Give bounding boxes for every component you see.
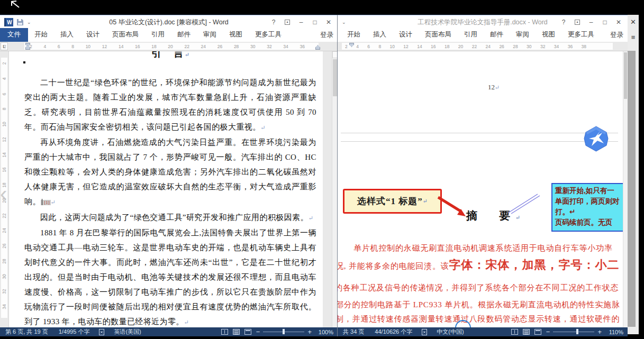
scroll-up-arrow[interactable] — [332, 51, 338, 58]
zoom-in-button[interactable]: + — [597, 328, 602, 336]
proofing-errors-icon[interactable] — [422, 329, 427, 335]
ruler-number: 30 — [2, 274, 7, 279]
ruler-number: 14 — [417, 44, 422, 49]
zoom-slider-thumb[interactable] — [283, 329, 285, 334]
zoom-out-button[interactable]: − — [256, 328, 260, 336]
document-heading[interactable]: 引 言↵ — [24, 51, 316, 61]
paragraph[interactable]: 因此，这两大问题成为了“绿色交通工具”研究开发和推广应用的积极因素。↵ — [24, 210, 316, 225]
paragraph-mark: ↵ — [51, 199, 56, 205]
language-indicator[interactable]: 中文(中国) — [431, 328, 469, 336]
heading-text: 引 言 — [151, 51, 185, 59]
scrollbar-thumb[interactable] — [333, 59, 337, 96]
ribbon-tab[interactable]: 插入 — [367, 28, 393, 42]
tab-list: 开始插入设计页面布局引用邮件审阅视图更多工具 — [28, 28, 288, 42]
paragraph[interactable]: 二十一世纪是“绿色环保”的世纪，环境保护和能源节约问题成为新世纪最为突出的两大主… — [24, 75, 316, 135]
read-mode-icon[interactable] — [221, 329, 228, 335]
menu-icon[interactable]: ≡ — [628, 33, 639, 41]
ribbon-tab[interactable]: 引用 — [145, 28, 171, 42]
footnote-reference[interactable]: [1] — [41, 200, 51, 205]
ruler-number: 16 — [431, 44, 436, 49]
zoom-level[interactable]: 100% — [316, 329, 333, 335]
sign-in-link[interactable]: 登录 — [610, 31, 623, 40]
zoom-in-button[interactable]: + — [307, 328, 312, 336]
read-mode-icon[interactable] — [511, 329, 518, 335]
ribbon-tab[interactable]: 设计 — [80, 28, 106, 42]
ribbon-tab[interactable]: 更多工具 — [561, 28, 601, 42]
ruler-number: 34 — [2, 304, 7, 309]
ribbon-tab[interactable]: 页面布局 — [419, 28, 458, 42]
word-count[interactable]: 1/4995 个字 — [53, 328, 95, 336]
zoom-slider[interactable] — [263, 332, 304, 332]
word-count[interactable]: 44/10626 个字 — [369, 328, 418, 336]
tab-file[interactable]: 文件 — [0, 28, 28, 42]
ribbon-tab[interactable]: 视图 — [536, 28, 561, 42]
ribbon-tab[interactable]: 引用 — [458, 28, 484, 42]
manuscript-text[interactable]: 单片机控制的永磁无刷直流电动机调速系统适用于电动自行车等小功率况, 并能将多余的… — [338, 51, 623, 327]
zoom-slider[interactable] — [553, 332, 594, 332]
word-logo[interactable]: W — [4, 18, 13, 26]
web-layout-icon[interactable] — [244, 329, 251, 335]
document-page[interactable]: 引 言↵ 二十一世纪是“绿色环保”的世纪，环境保护和能源节约问题成为新世纪最为突… — [9, 51, 323, 327]
ribbon-tab[interactable]: 设计 — [393, 28, 419, 42]
ribbon-tab[interactable]: 审阅 — [197, 28, 223, 42]
vertical-scrollbar[interactable] — [332, 51, 338, 327]
maximize-icon[interactable]: □ — [308, 16, 322, 28]
help-icon[interactable]: ? — [267, 16, 280, 28]
page-indicator[interactable]: 第 6 页, 共 19 页 — [0, 328, 53, 336]
ribbon-tab[interactable]: 插入 — [54, 28, 80, 42]
zoom-out-button[interactable]: − — [546, 328, 550, 336]
ruler-number: 28 — [2, 259, 7, 263]
document-page[interactable]: 12↵ 选样式“1 标题”↵ 摘 要↵ — [338, 51, 623, 327]
save-icon[interactable] — [17, 19, 23, 25]
zoom-level[interactable]: 110% — [606, 329, 623, 335]
print-layout-icon[interactable] — [523, 329, 530, 335]
ribbon-tab[interactable]: 视图 — [223, 28, 249, 42]
ribbon-tab[interactable]: 更多工具 — [249, 28, 288, 42]
minimize-icon[interactable]: – — [584, 16, 598, 28]
close-icon[interactable]: ✕ — [322, 16, 335, 28]
ribbon-display-options-icon[interactable]: ▴ — [280, 16, 294, 28]
ribbon-display-options-icon[interactable]: ▴ — [570, 16, 584, 28]
previous-chevron-icon[interactable]: ‹ — [0, 182, 7, 205]
ribbon-tab[interactable]: 审阅 — [510, 28, 536, 42]
ruler-number: 8 — [71, 44, 74, 49]
titlebar[interactable]: W ⌄ 05 毕业论文(设计).doc [兼容模式] - Word ? ▴ – … — [0, 15, 338, 29]
ribbon-tab[interactable]: 邮件 — [171, 28, 197, 42]
sign-in-link[interactable]: 登录 — [320, 31, 333, 40]
ribbon-tab[interactable]: 邮件 — [484, 28, 510, 42]
page-indicator[interactable]: 共 34 页 — [338, 328, 369, 336]
manuscript-red-line: 部分的控制电路基于 LPC933 单片机。根据永磁无刷直流电动机的特性实施脉 — [338, 297, 620, 310]
ruler-number: 30 — [250, 44, 255, 49]
titlebar[interactable]: ⌄ 工程技术学院毕业论文指导手册.docx - Word ? ▴ – □ ✕ — [338, 15, 628, 29]
language-indicator[interactable]: 英语(美国) — [108, 328, 146, 336]
paragraph[interactable]: 再从环境角度讲，石油燃烧造成的大气污染日益严重。在世界环境污染最为严重的十大城市… — [24, 135, 316, 210]
minimize-icon[interactable]: – — [294, 16, 308, 28]
maximize-icon[interactable]: □ — [598, 16, 612, 28]
web-layout-icon[interactable] — [534, 329, 541, 335]
ruler-number: 20 — [168, 44, 173, 49]
vertical-scrollbar[interactable] — [623, 51, 628, 327]
back-arrow-icon[interactable] — [10, 0, 21, 8]
ruler-number: 14 — [119, 44, 123, 49]
ruler-number: 28 — [234, 44, 239, 49]
scrollbar-thumb[interactable] — [624, 52, 627, 99]
customize-quick-access-toolbar-icon[interactable]: ⌄ — [342, 20, 346, 25]
help-icon[interactable]: ? — [557, 16, 570, 28]
zoom-slider-thumb[interactable] — [576, 329, 578, 334]
customize-quick-access-toolbar-icon[interactable]: ⌄ — [27, 20, 31, 25]
close-icon[interactable]: ✕ — [628, 18, 639, 26]
ruler-number: 8 — [378, 44, 381, 49]
close-icon[interactable]: ✕ — [612, 16, 625, 28]
proofing-errors-icon[interactable] — [99, 329, 104, 335]
ruler-number: 12 — [2, 137, 7, 142]
ribbon-tab[interactable]: 开始 — [341, 28, 367, 42]
ruler-number: 22 — [2, 213, 7, 218]
zoom-control: − + — [546, 328, 602, 336]
ribbon-tab[interactable]: 开始 — [28, 28, 54, 42]
ruler-number: 10 — [86, 44, 90, 49]
manuscript-red-line: 制，并通过转速传感器测量转速通过八段数码管动态显示转速，通过软硬件的 — [338, 311, 620, 325]
ribbon-tab[interactable]: 页面布局 — [106, 28, 145, 42]
print-layout-icon[interactable] — [233, 329, 240, 335]
horizontal-ruler: L 2 24681012141618202224262830323436 — [0, 42, 338, 51]
paragraph[interactable]: 1881 年 8 月在巴黎举行的国际电气展览会上,法国特鲁夫展出了世界上第一辆电… — [24, 225, 316, 327]
